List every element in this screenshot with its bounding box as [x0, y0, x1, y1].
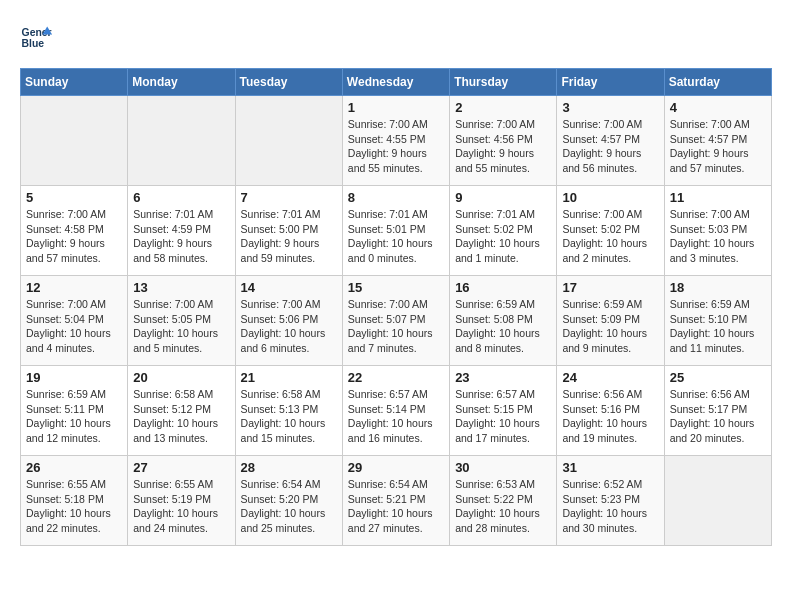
calendar-cell: 26Sunrise: 6:55 AMSunset: 5:18 PMDayligh… [21, 456, 128, 546]
calendar-cell: 25Sunrise: 6:56 AMSunset: 5:17 PMDayligh… [664, 366, 771, 456]
week-row-1: 1Sunrise: 7:00 AMSunset: 4:55 PMDaylight… [21, 96, 772, 186]
calendar-cell: 4Sunrise: 7:00 AMSunset: 4:57 PMDaylight… [664, 96, 771, 186]
calendar-cell [664, 456, 771, 546]
day-info: Sunrise: 7:00 AMSunset: 5:06 PMDaylight:… [241, 297, 337, 356]
calendar-cell: 7Sunrise: 7:01 AMSunset: 5:00 PMDaylight… [235, 186, 342, 276]
day-info: Sunrise: 7:00 AMSunset: 5:07 PMDaylight:… [348, 297, 444, 356]
calendar-cell: 8Sunrise: 7:01 AMSunset: 5:01 PMDaylight… [342, 186, 449, 276]
week-row-5: 26Sunrise: 6:55 AMSunset: 5:18 PMDayligh… [21, 456, 772, 546]
day-info: Sunrise: 6:57 AMSunset: 5:14 PMDaylight:… [348, 387, 444, 446]
day-number: 7 [241, 190, 337, 205]
col-header-tuesday: Tuesday [235, 69, 342, 96]
calendar-cell: 3Sunrise: 7:00 AMSunset: 4:57 PMDaylight… [557, 96, 664, 186]
day-number: 24 [562, 370, 658, 385]
day-info: Sunrise: 7:01 AMSunset: 5:00 PMDaylight:… [241, 207, 337, 266]
day-number: 10 [562, 190, 658, 205]
calendar-cell: 27Sunrise: 6:55 AMSunset: 5:19 PMDayligh… [128, 456, 235, 546]
day-info: Sunrise: 7:01 AMSunset: 5:01 PMDaylight:… [348, 207, 444, 266]
day-info: Sunrise: 6:56 AMSunset: 5:16 PMDaylight:… [562, 387, 658, 446]
calendar-cell: 19Sunrise: 6:59 AMSunset: 5:11 PMDayligh… [21, 366, 128, 456]
day-number: 18 [670, 280, 766, 295]
calendar-cell: 31Sunrise: 6:52 AMSunset: 5:23 PMDayligh… [557, 456, 664, 546]
day-info: Sunrise: 6:59 AMSunset: 5:09 PMDaylight:… [562, 297, 658, 356]
calendar-cell: 14Sunrise: 7:00 AMSunset: 5:06 PMDayligh… [235, 276, 342, 366]
day-info: Sunrise: 6:57 AMSunset: 5:15 PMDaylight:… [455, 387, 551, 446]
day-number: 22 [348, 370, 444, 385]
col-header-thursday: Thursday [450, 69, 557, 96]
day-info: Sunrise: 7:00 AMSunset: 4:56 PMDaylight:… [455, 117, 551, 176]
day-info: Sunrise: 6:52 AMSunset: 5:23 PMDaylight:… [562, 477, 658, 536]
calendar-cell: 11Sunrise: 7:00 AMSunset: 5:03 PMDayligh… [664, 186, 771, 276]
day-number: 3 [562, 100, 658, 115]
calendar-table: SundayMondayTuesdayWednesdayThursdayFrid… [20, 68, 772, 546]
calendar-cell [235, 96, 342, 186]
day-number: 26 [26, 460, 122, 475]
day-info: Sunrise: 6:55 AMSunset: 5:18 PMDaylight:… [26, 477, 122, 536]
day-info: Sunrise: 7:00 AMSunset: 5:02 PMDaylight:… [562, 207, 658, 266]
day-number: 23 [455, 370, 551, 385]
day-info: Sunrise: 7:00 AMSunset: 4:57 PMDaylight:… [562, 117, 658, 176]
day-number: 20 [133, 370, 229, 385]
calendar-cell: 30Sunrise: 6:53 AMSunset: 5:22 PMDayligh… [450, 456, 557, 546]
day-number: 30 [455, 460, 551, 475]
calendar-cell: 12Sunrise: 7:00 AMSunset: 5:04 PMDayligh… [21, 276, 128, 366]
calendar-cell: 18Sunrise: 6:59 AMSunset: 5:10 PMDayligh… [664, 276, 771, 366]
week-row-3: 12Sunrise: 7:00 AMSunset: 5:04 PMDayligh… [21, 276, 772, 366]
day-number: 15 [348, 280, 444, 295]
col-header-wednesday: Wednesday [342, 69, 449, 96]
calendar-cell [128, 96, 235, 186]
calendar-cell: 13Sunrise: 7:00 AMSunset: 5:05 PMDayligh… [128, 276, 235, 366]
day-number: 12 [26, 280, 122, 295]
day-info: Sunrise: 6:53 AMSunset: 5:22 PMDaylight:… [455, 477, 551, 536]
calendar-cell: 5Sunrise: 7:00 AMSunset: 4:58 PMDaylight… [21, 186, 128, 276]
day-number: 8 [348, 190, 444, 205]
week-row-4: 19Sunrise: 6:59 AMSunset: 5:11 PMDayligh… [21, 366, 772, 456]
calendar-cell: 21Sunrise: 6:58 AMSunset: 5:13 PMDayligh… [235, 366, 342, 456]
day-number: 4 [670, 100, 766, 115]
day-info: Sunrise: 7:00 AMSunset: 4:57 PMDaylight:… [670, 117, 766, 176]
col-header-sunday: Sunday [21, 69, 128, 96]
day-number: 2 [455, 100, 551, 115]
day-number: 28 [241, 460, 337, 475]
day-number: 31 [562, 460, 658, 475]
calendar-cell: 29Sunrise: 6:54 AMSunset: 5:21 PMDayligh… [342, 456, 449, 546]
calendar-cell: 9Sunrise: 7:01 AMSunset: 5:02 PMDaylight… [450, 186, 557, 276]
day-number: 1 [348, 100, 444, 115]
week-row-2: 5Sunrise: 7:00 AMSunset: 4:58 PMDaylight… [21, 186, 772, 276]
day-info: Sunrise: 6:59 AMSunset: 5:10 PMDaylight:… [670, 297, 766, 356]
calendar-cell: 10Sunrise: 7:00 AMSunset: 5:02 PMDayligh… [557, 186, 664, 276]
day-info: Sunrise: 6:55 AMSunset: 5:19 PMDaylight:… [133, 477, 229, 536]
page-header: General Blue [20, 20, 772, 52]
day-info: Sunrise: 7:00 AMSunset: 4:55 PMDaylight:… [348, 117, 444, 176]
day-info: Sunrise: 7:00 AMSunset: 5:03 PMDaylight:… [670, 207, 766, 266]
calendar-cell: 28Sunrise: 6:54 AMSunset: 5:20 PMDayligh… [235, 456, 342, 546]
day-info: Sunrise: 6:59 AMSunset: 5:08 PMDaylight:… [455, 297, 551, 356]
calendar-cell: 15Sunrise: 7:00 AMSunset: 5:07 PMDayligh… [342, 276, 449, 366]
day-number: 19 [26, 370, 122, 385]
day-number: 6 [133, 190, 229, 205]
col-header-monday: Monday [128, 69, 235, 96]
calendar-cell: 1Sunrise: 7:00 AMSunset: 4:55 PMDaylight… [342, 96, 449, 186]
day-number: 13 [133, 280, 229, 295]
col-header-saturday: Saturday [664, 69, 771, 96]
calendar-header: SundayMondayTuesdayWednesdayThursdayFrid… [21, 69, 772, 96]
day-number: 29 [348, 460, 444, 475]
day-info: Sunrise: 6:59 AMSunset: 5:11 PMDaylight:… [26, 387, 122, 446]
calendar-cell [21, 96, 128, 186]
svg-text:Blue: Blue [22, 38, 45, 49]
calendar-cell: 6Sunrise: 7:01 AMSunset: 4:59 PMDaylight… [128, 186, 235, 276]
day-info: Sunrise: 6:54 AMSunset: 5:20 PMDaylight:… [241, 477, 337, 536]
calendar-cell: 24Sunrise: 6:56 AMSunset: 5:16 PMDayligh… [557, 366, 664, 456]
day-info: Sunrise: 6:58 AMSunset: 5:12 PMDaylight:… [133, 387, 229, 446]
day-info: Sunrise: 7:00 AMSunset: 5:05 PMDaylight:… [133, 297, 229, 356]
day-info: Sunrise: 7:01 AMSunset: 4:59 PMDaylight:… [133, 207, 229, 266]
day-number: 27 [133, 460, 229, 475]
day-number: 17 [562, 280, 658, 295]
day-number: 21 [241, 370, 337, 385]
day-info: Sunrise: 7:00 AMSunset: 4:58 PMDaylight:… [26, 207, 122, 266]
day-info: Sunrise: 6:54 AMSunset: 5:21 PMDaylight:… [348, 477, 444, 536]
calendar-cell: 22Sunrise: 6:57 AMSunset: 5:14 PMDayligh… [342, 366, 449, 456]
day-number: 9 [455, 190, 551, 205]
day-number: 16 [455, 280, 551, 295]
calendar-cell: 23Sunrise: 6:57 AMSunset: 5:15 PMDayligh… [450, 366, 557, 456]
